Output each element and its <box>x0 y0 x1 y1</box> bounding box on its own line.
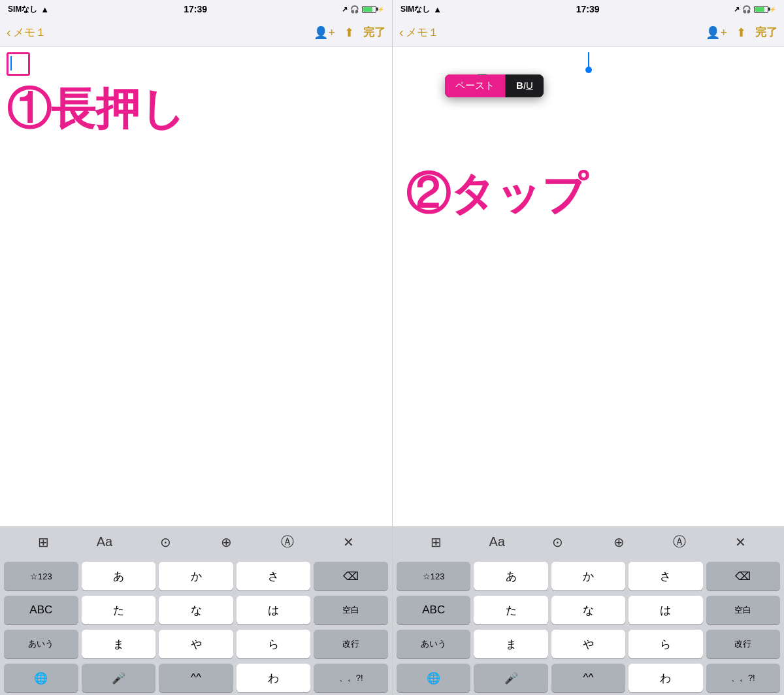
right-status-right: ↗ 🎧 ⚡ <box>734 5 776 14</box>
right-key-hat[interactable]: ^^ <box>551 664 625 692</box>
left-selection-box <box>7 52 30 76</box>
right-key-punct[interactable]: 、。?! <box>706 664 780 692</box>
left-keyboard: ☆123 あ か さ ⌫ ABC た な は 空白 あいう ま や ら 改行 🌐… <box>0 557 392 695</box>
left-signal-icon: ↗ <box>342 5 348 14</box>
right-done-button[interactable]: 完了 <box>755 25 777 40</box>
left-done-button[interactable]: 完了 <box>363 25 385 40</box>
left-kb-row-1: ☆123 あ か さ ⌫ <box>2 562 390 590</box>
left-nav-actions: 👤+ ⬆ 完了 <box>314 25 385 40</box>
paste-button[interactable]: ペースト <box>445 74 505 97</box>
right-toolbar-table-icon[interactable]: ⊞ <box>425 530 448 554</box>
left-key-punct[interactable]: 、。?! <box>314 664 388 692</box>
left-toolbar-check-icon[interactable]: ⊙ <box>154 530 177 554</box>
right-toolbar-write-icon[interactable]: Ⓐ <box>668 530 691 554</box>
right-cursor-line <box>588 52 589 67</box>
right-key-sa[interactable]: さ <box>629 562 702 590</box>
right-toolbar-close-icon[interactable]: ✕ <box>728 530 752 554</box>
bold-b: B <box>516 80 523 91</box>
left-key-na[interactable]: な <box>159 596 233 624</box>
left-share-icon[interactable]: ⬆ <box>344 25 354 40</box>
left-key-del[interactable]: ⌫ <box>314 562 388 590</box>
right-key-ha[interactable]: は <box>629 596 702 624</box>
right-note-area[interactable]: ペースト BIU ②タップ <box>393 47 784 526</box>
left-key-mic[interactable]: 🎤 <box>82 664 156 692</box>
right-key-return[interactable]: 改行 <box>706 630 780 658</box>
left-key-aiou[interactable]: あいう <box>4 630 78 658</box>
context-menu: ペースト BIU <box>445 74 544 97</box>
right-headphones-icon: 🎧 <box>742 5 751 14</box>
right-key-del[interactable]: ⌫ <box>706 562 780 590</box>
left-toolbar-font-icon[interactable]: Aa <box>93 530 116 554</box>
left-key-a[interactable]: あ <box>82 562 156 590</box>
biu-button[interactable]: BIU <box>505 74 544 97</box>
left-contact-add-icon[interactable]: 👤+ <box>314 25 335 40</box>
right-carrier: SIMなし <box>400 4 430 15</box>
left-status-right: ↗ 🎧 ⚡ <box>342 5 384 14</box>
left-carrier: SIMなし <box>8 4 37 15</box>
right-toolbar-font-icon[interactable]: Aa <box>485 530 509 554</box>
right-key-a[interactable]: あ <box>474 562 547 590</box>
left-kb-row-3: あいう ま や ら 改行 <box>2 630 390 658</box>
right-key-ra[interactable]: ら <box>629 630 702 658</box>
left-toolbar-close-icon[interactable]: ✕ <box>336 530 360 554</box>
right-key-123[interactable]: ☆123 <box>397 562 470 590</box>
right-status-bar: SIMなし ▲ 17:39 ↗ 🎧 ⚡ <box>393 0 784 18</box>
left-wifi-icon: ▲ <box>41 5 49 14</box>
left-toolbar-write-icon[interactable]: Ⓐ <box>276 530 299 554</box>
right-toolbar-plus-icon[interactable]: ⊕ <box>607 530 630 554</box>
right-key-na[interactable]: な <box>551 596 625 624</box>
right-key-aiou[interactable]: あいう <box>397 630 470 658</box>
right-key-ya[interactable]: や <box>551 630 625 658</box>
right-key-space[interactable]: 空白 <box>706 596 780 624</box>
left-key-ra[interactable]: ら <box>237 630 311 658</box>
left-key-abc[interactable]: ABC <box>4 596 78 624</box>
right-kb-row-2: ABC た な は 空白 <box>395 596 782 624</box>
left-key-return[interactable]: 改行 <box>314 630 388 658</box>
left-key-wa[interactable]: わ <box>237 664 311 692</box>
left-key-ka[interactable]: か <box>159 562 233 590</box>
left-key-space[interactable]: 空白 <box>314 596 388 624</box>
right-nav-actions: 👤+ ⬆ 完了 <box>706 25 777 40</box>
left-kb-row-2: ABC た な は 空白 <box>2 596 390 624</box>
left-toolbar-plus-icon[interactable]: ⊕ <box>215 530 238 554</box>
right-kb-row-4: 🌐 🎤 ^^ わ 、。?! <box>395 664 782 692</box>
left-key-ma[interactable]: ま <box>82 630 156 658</box>
right-key-ma[interactable]: ま <box>474 630 547 658</box>
left-back-button[interactable]: ‹ メモ１ <box>7 25 46 40</box>
left-battery: ⚡ <box>362 6 384 13</box>
left-time: 17:39 <box>184 4 207 14</box>
right-key-mic[interactable]: 🎤 <box>474 664 547 692</box>
left-battery-charging: ⚡ <box>378 7 384 12</box>
left-panel: SIMなし ▲ 17:39 ↗ 🎧 ⚡ ‹ メモ１ 👤+ ⬆ 完了 <box>0 0 392 695</box>
left-key-hat[interactable]: ^^ <box>159 664 233 692</box>
left-key-ha[interactable]: は <box>237 596 311 624</box>
left-kb-row-4: 🌐 🎤 ^^ わ 、。?! <box>2 664 390 692</box>
left-battery-body <box>362 6 376 13</box>
right-cursor-handle <box>585 67 592 73</box>
left-key-ya[interactable]: や <box>159 630 233 658</box>
right-back-button[interactable]: ‹ メモ１ <box>399 25 439 40</box>
left-note-area[interactable]: ①長押し <box>0 47 392 526</box>
right-key-abc[interactable]: ABC <box>397 596 470 624</box>
left-key-globe[interactable]: 🌐 <box>4 664 78 692</box>
left-key-sa[interactable]: さ <box>237 562 311 590</box>
left-key-123[interactable]: ☆123 <box>4 562 78 590</box>
right-key-wa[interactable]: わ <box>629 664 702 692</box>
right-kb-row-1: ☆123 あ か さ ⌫ <box>395 562 782 590</box>
right-toolbar-check-icon[interactable]: ⊙ <box>546 530 570 554</box>
left-headphones-icon: 🎧 <box>350 5 359 14</box>
left-nav-bar: ‹ メモ１ 👤+ ⬆ 完了 <box>0 18 392 47</box>
right-key-ta[interactable]: た <box>474 596 547 624</box>
right-share-icon[interactable]: ⬆ <box>736 25 746 40</box>
right-key-ka[interactable]: か <box>551 562 625 590</box>
right-status-left: SIMなし ▲ <box>400 4 442 15</box>
left-back-label: メモ１ <box>13 25 46 40</box>
left-key-ta[interactable]: た <box>82 596 156 624</box>
right-key-globe[interactable]: 🌐 <box>397 664 470 692</box>
left-keyboard-toolbar: ⊞ Aa ⊙ ⊕ Ⓐ ✕ <box>0 526 392 557</box>
left-toolbar-table-icon[interactable]: ⊞ <box>32 530 56 554</box>
right-time: 17:39 <box>576 4 600 14</box>
right-contact-add-icon[interactable]: 👤+ <box>706 25 727 40</box>
left-status-bar: SIMなし ▲ 17:39 ↗ 🎧 ⚡ <box>0 0 392 18</box>
right-back-label: メモ１ <box>406 25 439 40</box>
